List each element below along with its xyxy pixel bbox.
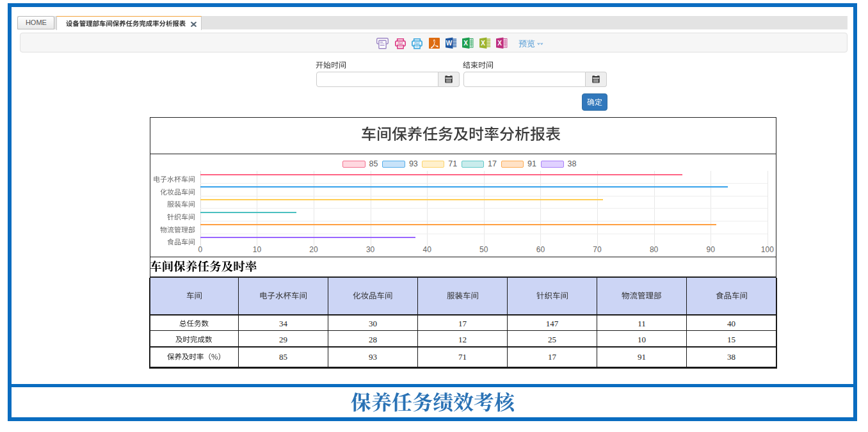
svg-text:X: X [497, 40, 502, 47]
svg-text:PDF: PDF [398, 42, 403, 45]
svg-text:X: X [481, 40, 485, 47]
svg-text:X: X [463, 40, 468, 47]
svg-text:PDF: PDF [414, 42, 420, 45]
svg-text:W: W [446, 40, 452, 47]
